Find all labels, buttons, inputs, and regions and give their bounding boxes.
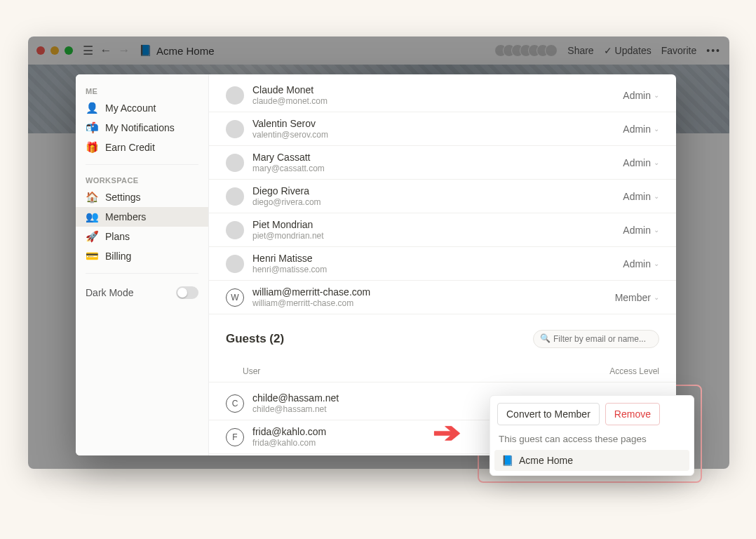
sidebar-item-icon: 💳: [86, 250, 98, 262]
sidebar-item-my-account[interactable]: 👤My Account: [76, 98, 208, 118]
member-name: Diego Rivera: [252, 185, 623, 197]
sidebar-item-icon: 📬: [86, 121, 98, 134]
convert-to-member-button[interactable]: Convert to Member: [497, 403, 600, 425]
sidebar-item-icon: 👥: [86, 211, 98, 223]
chevron-down-icon: ⌄: [654, 226, 659, 234]
sidebar-item-icon: 👤: [86, 102, 98, 114]
sidebar-item-my-notifications[interactable]: 📬My Notifications: [76, 118, 208, 138]
settings-sidebar: ME 👤My Account📬My Notifications🎁Earn Cre…: [76, 74, 209, 455]
guest-access-popover: Convert to Member Remove This guest can …: [490, 395, 694, 476]
member-row: Claude Monetclaude@monet.comAdmin ⌄: [209, 74, 676, 112]
member-name: Valentin Serov: [252, 118, 623, 129]
chevron-down-icon: ⌄: [654, 159, 659, 166]
sidebar-item-label: Members: [105, 211, 146, 222]
chevron-down-icon: ⌄: [654, 125, 659, 133]
remove-guest-button[interactable]: Remove: [605, 403, 660, 425]
sidebar-item-label: Plans: [105, 231, 130, 242]
avatar: [226, 187, 244, 206]
avatar: [226, 255, 244, 273]
member-name: Henri Matisse: [252, 253, 623, 264]
sidebar-item-icon: 🚀: [86, 230, 98, 243]
avatar: C: [226, 394, 244, 413]
member-email: claude@monet.com: [252, 96, 623, 106]
search-icon: 🔍: [540, 333, 551, 343]
page-icon: 📘: [501, 455, 513, 466]
sidebar-item-billing[interactable]: 💳Billing: [76, 246, 208, 266]
member-row: Piet Mondrianpiet@mondrian.netAdmin ⌄: [209, 213, 676, 247]
guest-filter: 🔍: [533, 330, 659, 348]
role-selector[interactable]: Admin ⌄: [623, 225, 659, 236]
sidebar-item-members[interactable]: 👥Members: [76, 207, 208, 227]
member-row: Mary Cassattmary@cassatt.comAdmin ⌄: [209, 146, 676, 180]
sidebar-section-workspace: WORKSPACE: [76, 172, 208, 187]
avatar: [226, 221, 244, 239]
role-selector[interactable]: Admin ⌄: [623, 191, 659, 202]
role-selector[interactable]: Admin ⌄: [623, 90, 659, 101]
avatar: [226, 154, 244, 172]
accessible-page-item[interactable]: 📘 Acme Home: [494, 450, 689, 471]
role-selector[interactable]: Admin ⌄: [623, 258, 659, 270]
member-name: Piet Mondrian: [252, 219, 623, 230]
sidebar-section-me: ME: [76, 83, 208, 98]
avatar: [226, 120, 244, 138]
guests-heading: Guests (2): [226, 332, 284, 346]
sidebar-item-label: Billing: [105, 251, 131, 262]
chevron-down-icon: ⌄: [654, 91, 659, 99]
member-email: piet@mondrian.net: [252, 231, 623, 241]
role-selector[interactable]: Admin ⌄: [623, 124, 659, 135]
guest-table-header: User Access Level: [209, 361, 676, 382]
avatar: W: [226, 288, 244, 307]
avatar: F: [226, 428, 244, 446]
page-name: Acme Home: [519, 455, 573, 466]
avatar: [226, 86, 244, 105]
member-row: Henri Matissehenri@matisse.comAdmin ⌄: [209, 247, 676, 281]
sidebar-item-settings[interactable]: 🏠Settings: [76, 187, 208, 207]
sidebar-item-plans[interactable]: 🚀Plans: [76, 227, 208, 246]
role-selector[interactable]: Member ⌄: [615, 292, 659, 303]
sidebar-item-icon: 🏠: [86, 191, 98, 204]
sidebar-item-label: Settings: [105, 192, 141, 203]
th-user: User: [243, 366, 260, 376]
member-name: william@merritt-chase.com: [252, 286, 615, 298]
member-row: Wwilliam@merritt-chase.comwilliam@merrit…: [209, 281, 676, 314]
member-email: william@merritt-chase.com: [252, 298, 615, 308]
th-access: Access Level: [609, 366, 659, 376]
member-email: henri@matisse.com: [252, 265, 623, 274]
member-email: valentin@serov.com: [252, 130, 623, 140]
dark-mode-toggle[interactable]: [176, 286, 198, 299]
sidebar-item-label: Earn Credit: [105, 142, 155, 153]
guest-filter-input[interactable]: [533, 330, 659, 348]
chevron-down-icon: ⌄: [654, 192, 659, 200]
member-row: Valentin Serovvalentin@serov.comAdmin ⌄: [209, 112, 676, 146]
dark-mode-label: Dark Mode: [86, 287, 133, 298]
sidebar-item-icon: 🎁: [86, 141, 98, 154]
sidebar-item-label: My Notifications: [105, 122, 175, 133]
chevron-down-icon: ⌄: [654, 293, 659, 301]
dark-mode-row: Dark Mode: [76, 281, 208, 305]
member-name: Claude Monet: [252, 84, 623, 95]
member-row: Diego Riveradiego@rivera.comAdmin ⌄: [209, 180, 676, 213]
annotation-arrow-icon: ➔: [433, 416, 461, 448]
member-email: mary@cassatt.com: [252, 164, 623, 173]
member-email: diego@rivera.com: [252, 197, 623, 207]
sidebar-item-label: My Account: [105, 102, 156, 114]
popover-caption: This guest can access these pages: [499, 434, 685, 444]
role-selector[interactable]: Admin ⌄: [623, 157, 659, 168]
member-name: Mary Cassatt: [252, 152, 623, 163]
sidebar-item-earn-credit[interactable]: 🎁Earn Credit: [76, 138, 208, 157]
chevron-down-icon: ⌄: [654, 260, 659, 267]
